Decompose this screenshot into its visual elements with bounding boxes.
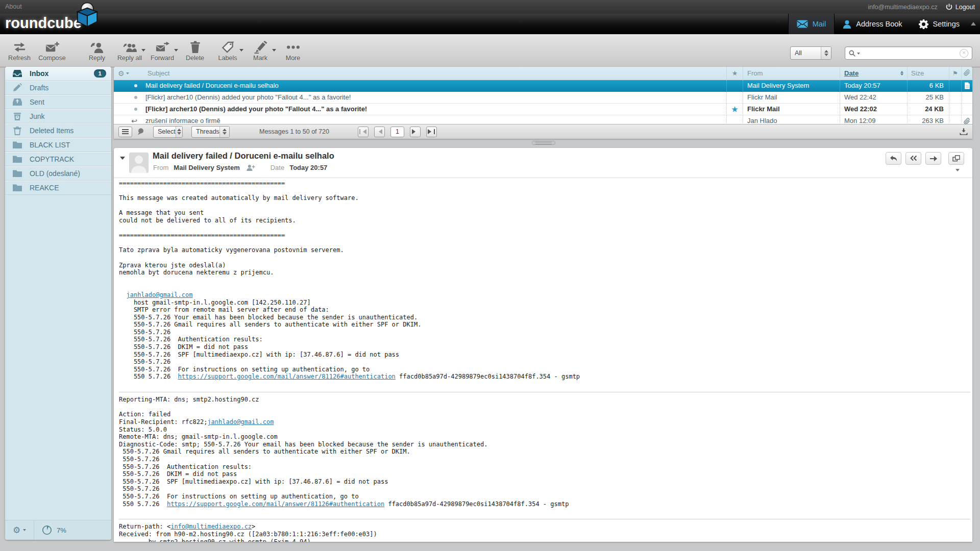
reply-all-button[interactable]	[905, 152, 921, 165]
column-subject[interactable]: Subject	[143, 67, 726, 80]
nav-settings[interactable]: Settings	[911, 14, 968, 34]
reply-button[interactable]: Reply	[81, 39, 113, 62]
reply-all-button[interactable]: Reply all	[113, 39, 146, 62]
delete-button[interactable]: Delete	[179, 39, 211, 62]
star-icon[interactable]: ★	[731, 104, 738, 115]
body-line	[119, 187, 970, 195]
dropdown-caret-icon[interactable]	[239, 49, 243, 54]
message-row[interactable]: [Flickr] archer10 (Dennis) added your ph…	[114, 104, 972, 115]
body-separator	[119, 519, 970, 523]
select-arrows-icon	[176, 127, 182, 137]
more-icon	[286, 39, 300, 54]
list-menu-button[interactable]	[118, 127, 132, 137]
sidebar-folder-drafts[interactable]: Drafts	[5, 81, 111, 95]
folder-options-button[interactable]: ⚙	[5, 520, 34, 540]
body-link[interactable]: https://support.google.com/mail/answer/8…	[167, 500, 384, 508]
page-number-input[interactable]	[390, 127, 404, 137]
message-body: ========================================…	[119, 180, 970, 542]
message-options-caret-icon[interactable]	[955, 169, 960, 173]
list-options-button[interactable]: ⚙	[114, 67, 143, 80]
message-subject-title: Mail delivery failed / Doruceni e-mailu …	[153, 151, 334, 161]
last-page-button[interactable]	[426, 127, 437, 137]
labels-button[interactable]: Labels	[211, 39, 244, 62]
collapse-taskbar-icon[interactable]	[971, 19, 976, 26]
preview-toggle-icon[interactable]	[960, 128, 968, 135]
sidebar-folder-black-list[interactable]: BLACK LIST	[5, 138, 111, 152]
column-star[interactable]: ★	[726, 67, 743, 80]
forward-button[interactable]	[925, 152, 941, 165]
message-row[interactable]: ↩zrušení informace o firměJan HladoMon 1…	[114, 115, 972, 124]
power-icon	[946, 4, 952, 10]
speech-bubble-icon[interactable]	[137, 128, 144, 135]
next-page-button[interactable]	[410, 127, 421, 137]
account-email: info@multimediaexpo.cz	[868, 4, 937, 11]
mark-button[interactable]: Mark	[244, 39, 277, 62]
add-contact-icon[interactable]	[246, 164, 255, 171]
date-value: Today 20:57	[289, 164, 327, 171]
body-line: could not be delivered to all of its rec…	[119, 217, 970, 224]
folder-label: OLD (odeslané)	[30, 169, 80, 178]
body-line: 550-5.7.26 DKIM = did not pass	[119, 470, 970, 478]
body-link[interactable]: janhlado@gmail.com	[207, 418, 274, 425]
about-link[interactable]: About	[5, 0, 22, 14]
message-row[interactable]: [Flickr] archer10 (Dennis) added your ph…	[114, 92, 972, 104]
body-line: Tato zprava byla automaticky vygenerovan…	[119, 246, 970, 254]
sent-icon	[12, 97, 22, 107]
column-flag[interactable]: ⚑	[949, 67, 961, 80]
splitter-handle[interactable]	[532, 141, 555, 145]
body-link[interactable]: janhlado@gmail.com	[126, 291, 192, 298]
body-line: 550-5.7.26 Gmail requires all senders to…	[119, 448, 970, 456]
body-line: Reporting-MTA: dns; smtp2.hosting90.cz	[119, 396, 970, 404]
sidebar-folder-old-odeslan-[interactable]: OLD (odeslané)	[5, 166, 111, 181]
sidebar-folder-inbox[interactable]: Inbox1	[5, 67, 111, 81]
message-list-header: ⚙ Subject ★ From Date Size ⚑	[114, 67, 972, 80]
body-line: 550-5.7.26 SPF [multimediaexpo.cz] with …	[119, 351, 970, 359]
search-input[interactable]	[862, 47, 960, 59]
first-page-button[interactable]	[358, 127, 369, 137]
sidebar-folder-reakce[interactable]: REAKCE	[5, 181, 111, 195]
threads-dropdown[interactable]: Threads	[191, 126, 230, 138]
message-subject: zrušení informace o firmě	[143, 115, 726, 124]
dropdown-caret-icon[interactable]	[272, 49, 276, 54]
refresh-button[interactable]: Refresh	[3, 39, 36, 62]
forward-icon	[156, 39, 169, 54]
toolbar-button-label: Compose	[38, 55, 66, 62]
body-link[interactable]: https://support.google.com/mail/answer/8…	[178, 373, 396, 380]
more-button[interactable]: More	[277, 39, 309, 62]
dropdown-caret-icon[interactable]	[141, 49, 145, 54]
message-date: Wed 22:42	[840, 92, 907, 103]
open-in-new-window-button[interactable]	[948, 152, 964, 165]
message-subject: [Flickr] archer10 (Dennis) added your ph…	[143, 104, 726, 115]
unread-count-badge: 1	[94, 69, 106, 78]
sidebar-folder-copytrack[interactable]: COPYTRACK	[5, 152, 111, 166]
body-link[interactable]: info@multimediaexpo.cz	[170, 523, 252, 530]
reply-button[interactable]	[886, 152, 901, 165]
search-scope-select[interactable]: All	[790, 46, 831, 60]
column-size[interactable]: Size	[907, 67, 949, 80]
message-size: 6 KB	[907, 80, 949, 91]
search-box: ×	[845, 46, 972, 60]
sidebar-folder-sent[interactable]: Sent	[5, 95, 111, 109]
forward-button[interactable]: Forward	[146, 39, 179, 62]
search-options-caret-icon[interactable]	[857, 53, 860, 56]
search-icon[interactable]	[849, 50, 855, 57]
collapse-message-icon[interactable]	[120, 157, 125, 162]
chevron-down-icon	[23, 529, 26, 533]
logout-button[interactable]: Logout	[946, 4, 975, 11]
nav-mail[interactable]: Mail	[788, 14, 835, 34]
column-attachment[interactable]	[961, 67, 972, 80]
sidebar-folder-junk[interactable]: Junk	[5, 109, 111, 123]
select-dropdown[interactable]: Select	[153, 126, 183, 138]
clear-search-icon[interactable]: ×	[960, 49, 968, 58]
previous-page-button[interactable]	[374, 127, 385, 137]
compose-button[interactable]: Compose	[36, 39, 68, 62]
message-count: Messages 1 to 50 of 720	[259, 128, 329, 135]
message-row[interactable]: Mail delivery failed / Doruceni e-mailu …	[114, 80, 972, 92]
column-from[interactable]: From	[743, 67, 840, 80]
folder-list-panel: Inbox1DraftsSentJunkDeleted ItemsBLACK L…	[5, 67, 111, 540]
nav-address-book[interactable]: Address Book	[835, 14, 910, 34]
column-date[interactable]: Date	[840, 67, 907, 80]
inbox-icon	[12, 69, 22, 78]
dropdown-caret-icon[interactable]	[174, 49, 178, 54]
sidebar-folder-deleted-items[interactable]: Deleted Items	[5, 123, 111, 138]
